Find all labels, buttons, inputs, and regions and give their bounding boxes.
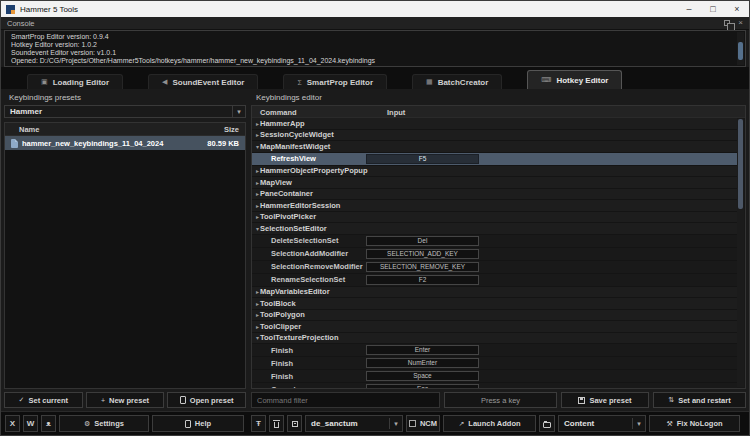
- chevron-right-icon: ▸: [252, 323, 260, 330]
- tree-group-toolpivotpicker[interactable]: ▸ToolPivotPicker: [252, 212, 737, 224]
- key-input-button[interactable]: Enter: [366, 345, 479, 355]
- tree-binding-selectionremovemodifier[interactable]: SelectionRemoveModifierSELECTION_REMOVE_…: [252, 261, 737, 274]
- key-input-button[interactable]: Esc: [366, 384, 479, 388]
- tree-binding-cancel-esc[interactable]: CancelEsc: [252, 383, 737, 388]
- tree-binding-deleteselectionset[interactable]: DeleteSelectionSetDel: [252, 235, 737, 248]
- tree-binding-finish-space[interactable]: FinishSpace: [252, 370, 737, 383]
- key-input-button[interactable]: F2: [366, 275, 479, 285]
- press-a-key-button[interactable]: Press a key: [444, 392, 557, 408]
- column-header-size[interactable]: Size: [197, 125, 245, 134]
- tab-batchcreator[interactable]: ▦ BatchCreator: [412, 74, 502, 89]
- chevron-down-icon: ▾: [389, 418, 402, 429]
- console-title: Console: [7, 19, 724, 28]
- tree-scrollbar-thumb[interactable]: [738, 119, 743, 209]
- console-scrollbar[interactable]: [737, 32, 744, 65]
- column-header-name[interactable]: Name: [5, 125, 197, 134]
- tree-binding-refreshview[interactable]: RefreshViewF5: [252, 153, 737, 166]
- chevron-down-icon: ▾: [252, 225, 260, 232]
- tab-loading-editor[interactable]: ▣ Loading Editor: [27, 74, 123, 89]
- image-icon: ▣: [41, 78, 48, 86]
- fix-nologon-button[interactable]: ⚒ Fix NoLogon: [649, 415, 740, 432]
- settings-button[interactable]: ⚙ Settings: [59, 415, 149, 432]
- preset-file-row[interactable]: hammer_new_keybindings_11_04_2024 80.59 …: [5, 136, 245, 150]
- help-button[interactable]: Help: [152, 415, 244, 432]
- tree-group-toolclipper[interactable]: ▸ToolClipper: [252, 321, 737, 333]
- tree-group-mapmanifestwidget[interactable]: ▾MapManifestWidget: [252, 141, 737, 153]
- folder-icon[interactable]: [539, 415, 555, 432]
- trash-icon[interactable]: [269, 415, 284, 432]
- check-icon: ✓: [19, 396, 25, 404]
- console-scrollbar-thumb[interactable]: [738, 42, 743, 60]
- discord-icon[interactable]: ᴥ: [41, 415, 56, 432]
- tree-group-tooltextureprojection[interactable]: ▾ToolTextureProjection: [252, 333, 737, 345]
- tree-group-panecontainer[interactable]: ▸PaneContainer: [252, 189, 737, 201]
- tree-binding-finish-numenter[interactable]: FinishNumEnter: [252, 357, 737, 370]
- tree-scrollbar[interactable]: [737, 119, 744, 387]
- content-dropdown[interactable]: Content ▾: [558, 415, 646, 432]
- tree-group-hammerapp[interactable]: ▸HammerApp: [252, 118, 737, 130]
- tree-binding-renameselectionset[interactable]: RenameSelectionSetF2: [252, 274, 737, 287]
- open-preset-button[interactable]: Open preset: [167, 392, 246, 408]
- key-input-button[interactable]: SELECTION_ADD_KEY: [366, 249, 479, 259]
- column-header-command[interactable]: Command: [260, 108, 297, 117]
- tab-soundevent-editor[interactable]: ◀ SoundEvent Editor: [148, 74, 258, 89]
- keyboard-icon: ⌨: [541, 76, 551, 84]
- minimize-button[interactable]: –: [677, 1, 701, 17]
- plus-icon: +: [101, 397, 105, 404]
- tab-smartprop-editor[interactable]: Σ SmartProp Editor: [283, 74, 387, 89]
- set-current-button[interactable]: ✓ Set current: [4, 392, 83, 408]
- chevron-right-icon: ▸: [252, 131, 260, 138]
- key-input-button[interactable]: NumEnter: [366, 358, 479, 368]
- app-window: Hammer 5 Tools – □ × Console × SmartProp…: [0, 0, 750, 436]
- tree-group-sessioncyclewidget[interactable]: ▸SessionCycleWidget: [252, 130, 737, 142]
- bluesky-icon[interactable]: W: [23, 415, 38, 432]
- tree-group-hammereditorsession[interactable]: ▸HammerEditorSession: [252, 200, 737, 212]
- import-icon[interactable]: Ŧ: [251, 415, 266, 432]
- checkbox-icon: [409, 420, 416, 427]
- set-and-restart-button[interactable]: ⇅ Set and restart: [653, 392, 746, 408]
- package-icon[interactable]: [287, 415, 302, 432]
- ncm-checkbox[interactable]: NCM: [406, 415, 440, 432]
- restart-icon: ⇅: [668, 396, 674, 404]
- tree-group-hammerobjectpropertypopup[interactable]: ▸HammerObjectPropertyPopup: [252, 166, 737, 178]
- copy-icon[interactable]: [724, 20, 730, 26]
- tree-binding-finish-enter[interactable]: FinishEnter: [252, 344, 737, 357]
- launch-addon-button[interactable]: ↗ Launch Addon: [443, 415, 536, 432]
- chevron-down-icon: ▾: [632, 418, 645, 429]
- chevron-right-icon: ▸: [252, 179, 260, 186]
- chevron-down-icon: ▾: [252, 334, 260, 341]
- column-header-input[interactable]: Input: [387, 108, 405, 117]
- key-input-button[interactable]: F5: [366, 154, 479, 164]
- console-log: SmartProp Editor version: 0.9.4 Hotkey E…: [4, 30, 746, 67]
- preset-dropdown[interactable]: Hammer ▾: [4, 105, 246, 118]
- tree-rows: ▸HammerApp ▸SessionCycleWidget ▾MapManif…: [252, 118, 745, 388]
- tree-group-mapview[interactable]: ▸MapView: [252, 177, 737, 189]
- tree-group-toolpolygon[interactable]: ▸ToolPolygon: [252, 310, 737, 322]
- tree-group-toolblock[interactable]: ▸ToolBlock: [252, 298, 737, 310]
- console-close-icon[interactable]: ×: [738, 19, 743, 27]
- map-dropdown[interactable]: de_sanctum ▾: [305, 415, 403, 432]
- key-input-button[interactable]: Space: [366, 371, 479, 381]
- maximize-button[interactable]: □: [701, 1, 725, 17]
- x-icon[interactable]: X: [5, 415, 20, 432]
- action-row: ✓ Set current + New preset Open preset P…: [1, 391, 749, 411]
- console-line: SmartProp Editor version: 0.9.4: [11, 33, 739, 41]
- command-filter-input[interactable]: [251, 392, 440, 408]
- key-input-button[interactable]: Del: [366, 236, 479, 246]
- sigma-icon: Σ: [297, 79, 301, 86]
- chevron-right-icon: ▸: [252, 213, 260, 220]
- key-input-button[interactable]: SELECTION_REMOVE_KEY: [366, 262, 479, 272]
- gear-icon: ⚙: [84, 420, 90, 428]
- chevron-right-icon: ▸: [252, 288, 260, 295]
- tab-hotkey-editor[interactable]: ⌨ Hotkey Editor: [527, 70, 622, 89]
- tab-strip: ▣ Loading Editor ◀ SoundEvent Editor Σ S…: [1, 67, 749, 89]
- console-header: Console ×: [1, 17, 749, 30]
- new-preset-button[interactable]: + New preset: [86, 392, 165, 408]
- page-icon: [185, 420, 191, 428]
- save-preset-button[interactable]: Save preset: [561, 392, 649, 408]
- tree-binding-selectionaddmodifier[interactable]: SelectionAddModifierSELECTION_ADD_KEY: [252, 248, 737, 261]
- close-button[interactable]: ×: [725, 1, 749, 17]
- tree-group-selectionseteditor[interactable]: ▾SelectionSetEditor: [252, 223, 737, 235]
- chevron-right-icon: ▸: [252, 190, 260, 197]
- tree-group-mapvariableseditor[interactable]: ▸MapVariablesEditor: [252, 287, 737, 299]
